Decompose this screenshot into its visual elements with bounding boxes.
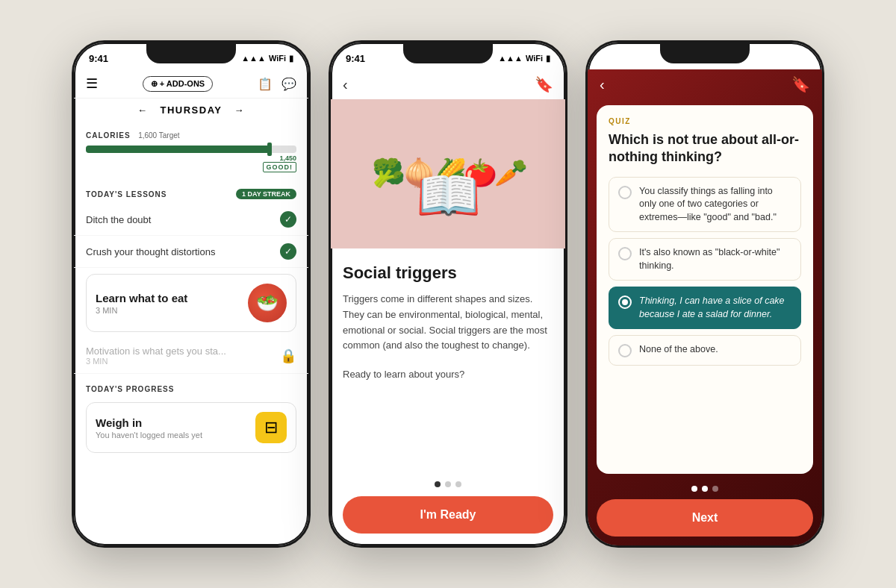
locked-lesson-info: Motivation is what gets you sta... 3 MIN — [86, 345, 226, 366]
message-icon[interactable]: 💬 — [281, 77, 296, 91]
phone1-status-icons: ▲▲▲ WiFi ▮ — [241, 54, 293, 63]
check-icon-1: ✓ — [280, 211, 296, 228]
signal-icon: ▲▲▲ — [498, 54, 523, 63]
add-ons-label: + ADD-ONS — [160, 79, 205, 88]
lock-icon: 🔒 — [280, 348, 296, 364]
phone1-header: ☰ ⊕ + ADD-ONS 📋 💬 — [74, 69, 308, 98]
phone2-time: 9:41 — [346, 53, 365, 64]
locked-lesson: Motivation is what gets you sta... 3 MIN… — [74, 338, 308, 374]
phone3-status-icons: ▲▲▲ WiFi ▮ — [755, 54, 807, 63]
lesson-item-1[interactable]: Ditch the doubt ✓ — [74, 204, 308, 236]
wifi-icon: WiFi — [269, 54, 286, 63]
option-3-text: Thinking, I can have a slice of cake bec… — [639, 295, 791, 321]
day-label: THURSDAY — [160, 104, 222, 116]
featured-lesson-duration: 3 MIN — [96, 306, 187, 315]
radio-2 — [618, 247, 632, 260]
phone3: 9:41 ▲▲▲ WiFi ▮ ‹ 🔖 QUIZ Which is not tr… — [585, 40, 824, 548]
phone2-notch — [403, 43, 493, 63]
lesson-1-title: Ditch the doubt — [86, 214, 151, 225]
next-button[interactable]: Next — [597, 499, 813, 537]
quiz-question: Which is not true about all-or-nothing t… — [609, 131, 801, 166]
quiz-label: QUIZ — [609, 117, 801, 125]
featured-lesson-title: Learn what to eat — [96, 292, 187, 304]
phone1-content: ☰ ⊕ + ADD-ONS 📋 💬 ← THURSDAY → CALORI — [74, 69, 308, 545]
quiz-option-2[interactable]: It's also known as "black-or-white" thin… — [609, 238, 801, 281]
lesson-2-title: Crush your thought distortions — [86, 246, 215, 257]
prev-day-arrow[interactable]: ← — [137, 104, 149, 116]
signal-icon: ▲▲▲ — [755, 54, 780, 63]
dot-3 — [455, 481, 461, 487]
phone2-status-icons: ▲▲▲ WiFi ▮ — [498, 54, 550, 63]
wifi-icon: WiFi — [526, 54, 543, 63]
radio-1 — [618, 186, 632, 199]
progress-section-header: TODAY'S PROGRESS — [74, 374, 308, 399]
add-ons-button[interactable]: ⊕ + ADD-ONS — [143, 76, 213, 92]
quiz-page-dots — [597, 486, 813, 492]
phone2-body: Social triggers Triggers come in differe… — [331, 248, 565, 472]
phone1-notch — [146, 43, 236, 63]
calories-section: CALORIES 1,600 Target 1,450 GOOD! — [74, 122, 308, 181]
phone2-hero: 🥦🧅🌽🍅🥕 📖 — [331, 99, 565, 248]
option-4-text: None of the above. — [639, 343, 718, 357]
quiz-dot-1 — [691, 486, 697, 492]
locked-lesson-title: Motivation is what gets you sta... — [86, 345, 226, 357]
book-emoji: 📖 — [416, 165, 481, 226]
article-body-2: Ready to learn about yours? — [343, 367, 553, 383]
phone3-content: ‹ 🔖 QUIZ Which is not true about all-or-… — [588, 69, 822, 545]
plus-icon: ⊕ — [151, 79, 158, 89]
weigh-icon: ⊟ — [255, 412, 287, 443]
calories-label: CALORIES — [86, 131, 131, 140]
quiz-dot-3 — [712, 486, 718, 492]
battery-icon: ▮ — [546, 54, 550, 63]
clipboard-icon[interactable]: 📋 — [258, 77, 273, 91]
calories-progress-bar — [86, 146, 296, 153]
phone1-time: 9:41 — [89, 53, 108, 64]
calories-target: 1,600 Target — [138, 131, 179, 140]
progress-title: TODAY'S PROGRESS — [86, 385, 174, 393]
food-image: 🥗 — [248, 284, 287, 322]
quiz-dot-2 — [702, 486, 708, 492]
back-button[interactable]: ‹ — [343, 76, 348, 93]
quiz-card: QUIZ Which is not true about all-or-noth… — [597, 105, 813, 474]
quiz-option-4[interactable]: None of the above. — [609, 335, 801, 366]
battery-icon: ▮ — [803, 54, 807, 63]
calories-status: GOOD! — [263, 162, 297, 172]
phone3-nav: ‹ 🔖 — [588, 69, 822, 99]
lessons-section-header: TODAY'S LESSONS 1 DAY STREAK — [74, 181, 308, 204]
quiz-option-1[interactable]: You classify things as falling into only… — [609, 177, 801, 233]
bookmark-icon[interactable]: 🔖 — [791, 75, 810, 93]
radio-3 — [618, 295, 632, 309]
page-dots — [331, 472, 565, 496]
phone2: 9:41 ▲▲▲ WiFi ▮ ‹ 🔖 🥦🧅🌽🍅🥕 📖 Social — [329, 40, 567, 548]
header-icons: 📋 💬 — [258, 77, 296, 91]
bookmark-icon[interactable]: 🔖 — [535, 75, 553, 93]
back-button[interactable]: ‹ — [600, 76, 605, 93]
dot-1 — [435, 481, 441, 487]
featured-lesson[interactable]: Learn what to eat 3 MIN 🥗 — [86, 274, 296, 332]
option-1-text: You classify things as falling into only… — [639, 185, 791, 225]
quiz-option-3[interactable]: Thinking, I can have a slice of cake bec… — [609, 287, 801, 329]
weigh-in-info: Weigh in You haven't logged meals yet — [96, 416, 202, 440]
im-ready-button[interactable]: I'm Ready — [343, 496, 553, 534]
weigh-in-title: Weigh in — [96, 416, 202, 429]
phone2-nav: ‹ 🔖 — [331, 69, 565, 99]
streak-badge: 1 DAY STREAK — [236, 189, 296, 199]
weigh-in-card[interactable]: Weigh in You haven't logged meals yet ⊟ — [86, 402, 296, 453]
locked-lesson-duration: 3 MIN — [86, 357, 226, 366]
weigh-in-subtitle: You haven't logged meals yet — [96, 431, 202, 440]
radio-4 — [618, 344, 632, 357]
check-icon-2: ✓ — [280, 243, 296, 260]
phone2-content: ‹ 🔖 🥦🧅🌽🍅🥕 📖 Social triggers Triggers com… — [331, 69, 565, 545]
option-2-text: It's also known as "black-or-white" thin… — [639, 246, 791, 272]
lesson-item-2[interactable]: Crush your thought distortions ✓ — [74, 236, 308, 268]
menu-icon[interactable]: ☰ — [86, 75, 98, 92]
featured-lesson-info: Learn what to eat 3 MIN — [96, 292, 187, 315]
progress-marker — [267, 143, 272, 156]
next-day-arrow[interactable]: → — [234, 104, 246, 116]
phones-container: 9:41 ▲▲▲ WiFi ▮ ☰ ⊕ + ADD-ONS 📋 💬 — [72, 40, 824, 548]
article-title: Social triggers — [343, 263, 553, 283]
article-body-1: Triggers come in different shapes and si… — [343, 292, 553, 354]
phone3-bottom: Next — [588, 480, 822, 545]
calories-progress-fill — [86, 146, 271, 153]
hero-illustration: 🥦🧅🌽🍅🥕 📖 — [373, 114, 523, 234]
